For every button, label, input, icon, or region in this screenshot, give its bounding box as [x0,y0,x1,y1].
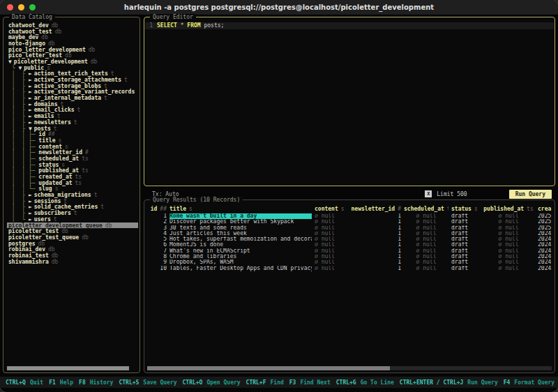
cell-published_at[interactable]: ∅ null [482,242,535,248]
cell-status[interactable]: draft [451,248,479,254]
result-row-6[interactable]: 6MomentJS is done∅ null1∅ nulldraft∅ nul… [144,242,555,248]
cell-published_at[interactable]: ∅ null [482,213,535,219]
tree-item-email_clicks[interactable]: │ ├ ►email_clickst [7,107,138,114]
cell-published_at[interactable]: ∅ null [482,254,535,259]
cell-created[interactable]: 2024 [538,266,555,271]
cell-newsletter_id[interactable]: 1 [349,242,401,248]
tree-item-maybe_dev[interactable]: maybe_devdb [7,34,138,40]
cell-status[interactable]: draft [451,213,479,219]
cell-content[interactable]: ∅ null [315,248,347,254]
results-horizontal-scrollbar[interactable] [147,366,552,370]
cell-id[interactable]: 2 [147,219,167,225]
cell-content[interactable]: ∅ null [315,231,347,236]
cell-content[interactable]: ∅ null [315,242,347,248]
tree-item-chatwoot_test[interactable]: chatwoot_testdb [7,29,138,35]
column-header-title[interactable]: titles [169,206,312,213]
tree-item-shivammishra[interactable]: shivammishradb [7,259,138,265]
cell-published_at[interactable]: ∅ null [482,231,535,236]
tree-item-chatwoot_dev[interactable]: chatwoot_devdb [7,22,138,29]
cell-created[interactable]: 2024 [538,236,555,242]
cell-title[interactable]: Dropbox, SPAs, WASM [169,259,312,265]
scrollbar-thumb[interactable] [7,366,129,370]
tree-item-picoletter_test_queue[interactable]: picoletter_test_queuedb [7,234,138,241]
tree-item-published_at[interactable]: │ │ ├─ published_atts [7,168,138,174]
result-row-3[interactable]: 330 texts and some reads∅ null1∅ nulldra… [144,225,555,231]
cell-content[interactable]: ∅ null [315,219,347,225]
cell-created[interactable]: 2025 [538,219,555,225]
shortcut-save-query[interactable]: CTRL+SSave Query [119,379,176,386]
cell-content[interactable]: ∅ null [315,259,347,265]
shortcut-format-query[interactable]: F4Format Query [504,379,555,386]
cell-status[interactable]: draft [451,231,479,236]
tree-item-users[interactable]: │ └ ►userst [7,216,138,223]
tree-item-schema_migrations[interactable]: │ ├ ►schema_migrationst [7,192,138,198]
tree-item-active_storage_attachments[interactable]: │ ├ ►active_storage_attachmentst [7,77,138,83]
shortcut-find[interactable]: CTRL+FFind [246,379,284,386]
cell-id[interactable]: 10 [147,266,167,271]
column-header-content[interactable]: contents [315,206,347,213]
cell-scheduled_at[interactable]: ∅ null [404,225,448,231]
cell-title[interactable]: Chrome and libraries [169,254,312,259]
cell-published_at[interactable]: ∅ null [482,219,535,225]
tree-item-id[interactable]: │ │ ├─ id## [7,131,138,137]
result-row-4[interactable]: 4Just articles this week∅ null1∅ nulldra… [144,231,555,236]
shortcut-find-next[interactable]: F3Find Next [289,379,331,386]
cell-title[interactable]: 30 texts and some reads [169,225,312,231]
cell-title[interactable]: MomentJS is done [169,242,312,248]
cell-status[interactable]: draft [451,266,479,271]
cell-scheduled_at[interactable]: ∅ null [404,231,448,236]
cell-scheduled_at[interactable]: ∅ null [404,213,448,219]
tree-item-subscribers[interactable]: │ ├ ►subscriberst [7,210,138,216]
result-row-9[interactable]: 9Dropbox, SPAs, WASM∅ null1∅ nulldraft∅ … [144,259,555,265]
cell-created[interactable]: 2024 [538,231,555,236]
shortcut-help[interactable]: F1Help [49,379,73,386]
result-row-7[interactable]: 7What's new in ECMAScript∅ null1∅ nulldr… [144,248,555,254]
cell-created[interactable]: 2024 [538,242,555,248]
column-header-scheduled_at[interactable]: scheduled_atts [404,206,448,213]
column-header-newsletter_id[interactable]: newsletter_id# [349,206,401,213]
cell-scheduled_at[interactable]: ∅ null [404,219,448,225]
maximize-window-button[interactable] [29,4,36,10]
cell-content[interactable]: ∅ null [315,254,347,259]
shortcut-quit[interactable]: CTRL+QQuit [6,379,43,386]
cell-title[interactable]: Rome wasn't built in a day [169,213,312,219]
result-row-8[interactable]: 8Chrome and libraries∅ null1∅ nulldraft∅… [144,254,555,259]
cell-created[interactable]: 2024 [538,254,555,259]
cell-status[interactable]: draft [451,259,479,265]
cell-newsletter_id[interactable]: 1 [349,219,401,225]
shortcut-history[interactable]: F8History [79,379,113,386]
cell-scheduled_at[interactable]: ∅ null [404,266,448,271]
shortcut-go-to-line[interactable]: CTRL+GGo To Line [336,379,394,386]
cell-created[interactable]: 2024 [538,259,555,265]
column-header-created[interactable]: crea [538,206,555,213]
cell-status[interactable]: draft [451,219,479,225]
cell-published_at[interactable]: ∅ null [482,236,535,242]
shortcut-run-query[interactable]: CTRL+ENTER / CTRL+JRun Query [400,379,498,386]
cell-id[interactable]: 8 [147,254,167,259]
cell-content[interactable]: ∅ null [315,213,347,219]
tree-item-solid_cache_entries[interactable]: │ ├ ►solid_cache_entriest [7,204,138,211]
cell-scheduled_at[interactable]: ∅ null [404,254,448,259]
tree-item-picoletter_development[interactable]: ▼picoletter_developmentdb [7,59,138,65]
cell-title[interactable]: Just articles this week [169,231,312,236]
tree-item-noto-django[interactable]: noto-djangodb [7,40,138,47]
cell-scheduled_at[interactable]: ∅ null [404,248,448,254]
result-row-5[interactable]: 5Hot takes, superfast memoization and de… [144,236,555,242]
cell-published_at[interactable]: ∅ null [482,259,535,265]
cell-created[interactable]: 2024 [538,248,555,254]
cell-title[interactable]: Discover packages better with Skypack [169,219,312,225]
cell-newsletter_id[interactable]: 1 [349,213,401,219]
cell-id[interactable]: 6 [147,242,167,248]
cell-title[interactable]: What's new in ECMAScript [169,248,312,254]
column-header-id[interactable]: id## [147,206,167,213]
cell-id[interactable]: 4 [147,231,167,236]
result-row-2[interactable]: 2Discover packages better with Skypack∅ … [144,219,555,225]
tree-item-created_at[interactable]: │ │ ├─ created_atts [7,174,138,180]
cell-newsletter_id[interactable]: 1 [349,231,401,236]
tree-item-robinai_dev[interactable]: robinai_devdb [7,246,138,252]
cell-id[interactable]: 3 [147,225,167,231]
close-window-button[interactable] [7,4,13,10]
cell-created[interactable]: 2025 [538,213,555,219]
tree-item-slug[interactable]: │ │ └─ slugs [7,186,138,193]
column-header-published_at[interactable]: published_atts [482,206,535,213]
